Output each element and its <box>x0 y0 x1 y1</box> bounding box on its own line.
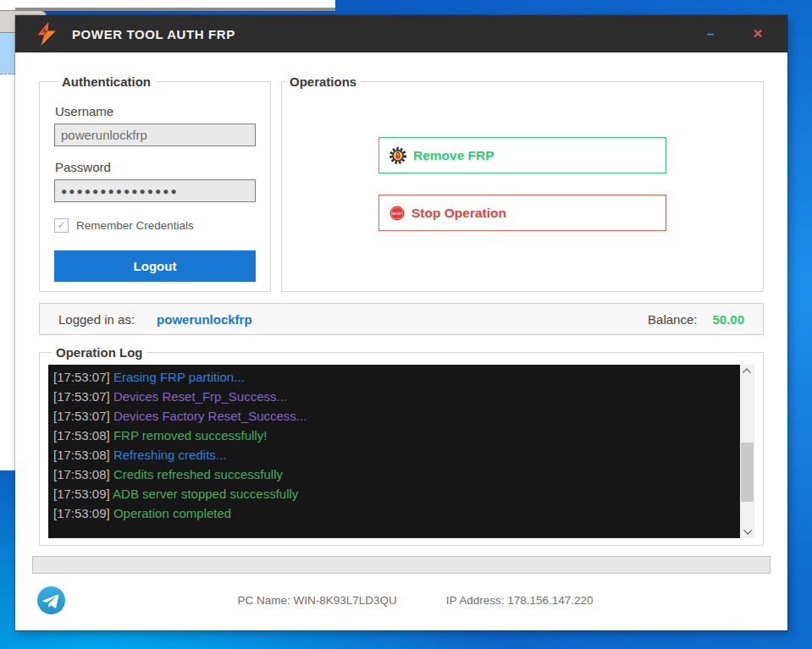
close-button[interactable]: ✕ <box>743 21 772 47</box>
log-entry: [17:53:07] Devices Reset_Frp_Success... <box>53 387 735 406</box>
authentication-legend: Authentication <box>58 74 155 89</box>
status-bar: Logged in as: powerunlockfrp Balance: 50… <box>39 303 764 335</box>
frp-lock-gear-icon <box>389 147 406 164</box>
scrollbar-thumb[interactable] <box>741 443 754 502</box>
scroll-down-button[interactable] <box>740 524 754 538</box>
progress-bar <box>32 556 771 574</box>
window-content: Authentication Username Password ✓ Remem… <box>15 52 787 546</box>
remember-checkbox[interactable]: ✓ <box>54 218 69 233</box>
log-entry: [17:53:09] Operation completed <box>53 503 735 523</box>
logout-button[interactable]: Logout <box>54 250 256 282</box>
log-entry: [17:53:08] Credits refreshed successfull… <box>53 465 735 484</box>
stop-operation-label: Stop Operation <box>412 206 506 221</box>
logged-in-label: Logged in as: <box>58 312 135 327</box>
chevron-down-icon <box>743 526 752 535</box>
minimize-button[interactable]: – <box>696 21 725 47</box>
titlebar[interactable]: POWER TOOL AUTH FRP – ✕ <box>15 15 787 52</box>
remember-label: Remember Credentials <box>76 219 194 232</box>
operation-log-group: Operation Log [17:53:07] Erasing FRP par… <box>39 345 764 546</box>
pc-name-text: PC Name: WIN-8K93L7LD3QU <box>237 594 396 607</box>
balance-label: Balance: <box>648 312 697 327</box>
log-entry: [17:53:07] Erasing FRP partition... <box>53 367 735 387</box>
remove-frp-button[interactable]: Remove FRP <box>378 137 666 173</box>
stop-operation-button[interactable]: STOP Stop Operation <box>378 195 666 231</box>
password-input[interactable] <box>54 179 256 202</box>
username-input[interactable] <box>54 124 256 146</box>
ip-address-text: IP Address: 178.156.147.220 <box>446 594 594 607</box>
window-title: POWER TOOL AUTH FRP <box>72 27 696 41</box>
remember-credentials-row[interactable]: ✓ Remember Credentials <box>54 218 256 233</box>
background-window-edge <box>0 0 335 11</box>
svg-text:STOP: STOP <box>392 211 402 215</box>
password-label: Password <box>55 160 256 174</box>
log-entry: [17:53:08] Refreshing credits... <box>53 445 735 465</box>
operations-group: Operations Remove FRP STO <box>281 74 764 292</box>
log-entry: [17:53:09] ADB server stopped successful… <box>53 484 735 503</box>
log-entry: [17:53:08] FRP removed successfully! <box>53 426 735 445</box>
operation-log-legend: Operation Log <box>52 345 147 360</box>
footer: PC Name: WIN-8K93L7LD3QU IP Address: 178… <box>15 585 787 615</box>
username-label: Username <box>55 104 256 118</box>
app-logo-bolt-icon <box>36 22 58 46</box>
authentication-group: Authentication Username Password ✓ Remem… <box>39 74 271 292</box>
chevron-up-icon <box>743 368 751 377</box>
log-entry: [17:53:07] Devices Factory Reset_Success… <box>53 406 735 426</box>
app-window: POWER TOOL AUTH FRP – ✕ Authentication U… <box>15 15 787 630</box>
balance-value: 50.00 <box>712 312 744 327</box>
log-lines: [17:53:07] Erasing FRP partition...[17:5… <box>48 365 740 538</box>
remove-frp-label: Remove FRP <box>413 148 494 163</box>
logged-in-username: powerunlockfrp <box>157 312 252 327</box>
scroll-up-button[interactable] <box>740 365 754 379</box>
stop-sign-icon: STOP <box>389 206 405 221</box>
telegram-icon[interactable] <box>37 586 65 614</box>
log-scrollbar[interactable] <box>740 365 754 538</box>
operations-legend: Operations <box>285 74 361 89</box>
